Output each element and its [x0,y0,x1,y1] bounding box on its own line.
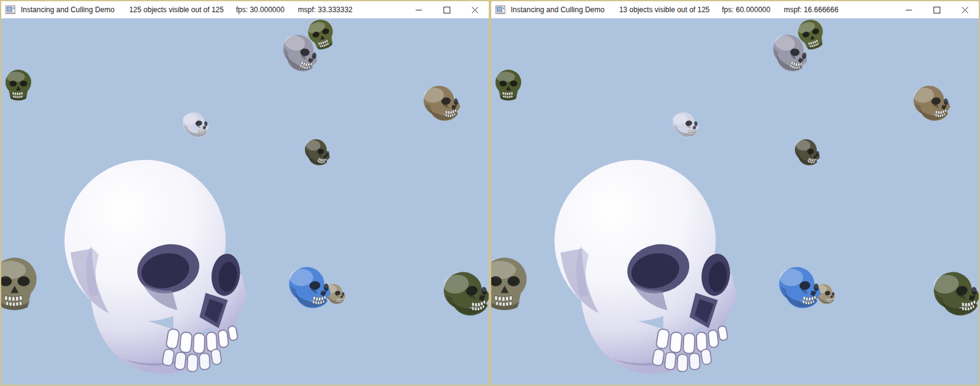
close-button[interactable] [461,1,489,18]
close-icon [472,7,478,13]
skull-tan-right [912,84,951,123]
objects-visible-stat: 125 objects visible out of 125 [129,5,224,14]
skull-main-white [555,160,737,374]
window-title: Instancing and Culling Demo [21,5,114,14]
maximize-icon [444,7,450,13]
skull-olive-right [932,269,979,319]
titlebar[interactable]: Instancing and Culling Demo 125 objects … [1,1,489,18]
app-icon [495,5,505,15]
skull-blue [779,267,821,308]
close-icon [962,7,968,13]
close-button[interactable] [951,1,979,18]
scene-client[interactable] [491,18,979,385]
skull-white-small [672,111,700,139]
maximize-button[interactable] [433,1,461,18]
mspf-stat: mspf: 16.666666 [784,5,838,14]
titlebar[interactable]: Instancing and Culling Demo 13 objects v… [491,1,979,18]
skull-main-white [64,160,247,374]
minimize-button[interactable] [404,1,433,18]
skull-bronze-left [1,258,37,310]
maximize-icon [934,7,940,13]
mspf-stat: mspf: 33.333332 [298,5,353,14]
minimize-icon [415,7,422,13]
minimize-button[interactable] [894,1,923,18]
fps-stat: fps: 30.000000 [236,5,284,14]
skull-olive-left [495,70,521,100]
skull-tan-right [422,84,461,123]
window-title: Instancing and Culling Demo [511,5,604,14]
minimize-icon [905,7,912,13]
demo-window-right: Instancing and Culling Demo 13 objects v… [490,0,980,386]
skull-white-small [182,111,210,139]
demo-window-left: Instancing and Culling Demo 125 objects … [0,0,490,386]
skull-mottled [303,138,332,167]
skull-olive-left [5,70,31,100]
app-icon [5,5,15,15]
objects-visible-stat: 13 objects visible out of 125 [619,5,709,14]
maximize-button[interactable] [923,1,951,18]
render-viewport [1,18,489,385]
skull-olive-right [442,269,489,319]
render-viewport [491,18,979,385]
skull-blue [289,267,331,308]
scene-client[interactable] [1,18,489,385]
skull-bronze-left [491,258,527,310]
skull-mottled [793,138,822,167]
fps-stat: fps: 60.000000 [722,5,770,14]
